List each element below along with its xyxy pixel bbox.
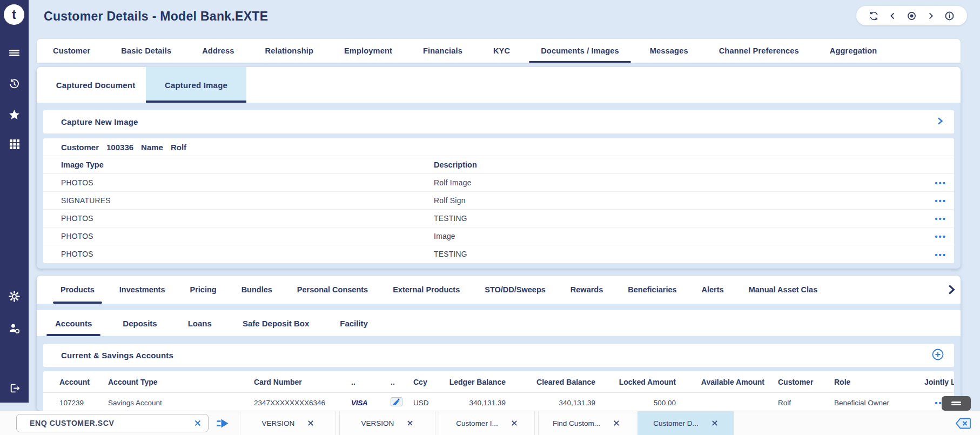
tab-customer[interactable]: Customer xyxy=(53,39,90,63)
tab-safe-deposit-box[interactable]: Safe Deposit Box xyxy=(243,310,309,336)
capture-new-image-row[interactable]: Capture New Image xyxy=(43,110,954,133)
image-table-header: Image Type Description xyxy=(43,156,954,174)
tab-personal-consents[interactable]: Personal Consents xyxy=(297,276,368,304)
tab-investments[interactable]: Investments xyxy=(119,276,165,304)
row-menu-icon[interactable]: ••• xyxy=(935,214,947,223)
name-value: Rolf xyxy=(171,143,186,152)
visa-logo-icon: VISA xyxy=(351,399,391,407)
history-icon[interactable] xyxy=(0,77,29,91)
tab-captured-document[interactable]: Captured Document xyxy=(45,67,146,103)
col-ccy: Ccy xyxy=(413,378,448,386)
session-tab-active[interactable]: Customer D... xyxy=(637,411,734,435)
table-row[interactable]: PHOTOS Image ••• xyxy=(43,227,954,245)
previous-record-icon[interactable] xyxy=(889,12,897,20)
tab-accounts[interactable]: Accounts xyxy=(55,310,92,336)
cleared-balance-cell: 340,131.39 xyxy=(506,399,595,407)
col-role: Role xyxy=(834,378,924,386)
tab-kyc[interactable]: KYC xyxy=(493,39,510,63)
session-tab[interactable]: Find Custom... xyxy=(538,411,634,435)
close-tab-icon[interactable] xyxy=(711,420,718,426)
row-menu-icon[interactable]: ••• xyxy=(935,250,947,259)
tab-relationship[interactable]: Relationship xyxy=(265,39,313,63)
row-menu-icon[interactable]: ••• xyxy=(935,178,947,188)
tabs-overflow-chevron-icon[interactable] xyxy=(945,284,957,296)
menu-icon[interactable] xyxy=(0,46,29,60)
tab-manual-asset-clas[interactable]: Manual Asset Clas xyxy=(749,276,818,304)
description-cell: TESTING xyxy=(434,250,954,258)
tab-captured-image[interactable]: Captured Image xyxy=(146,67,246,103)
col-card-number: Card Number xyxy=(254,378,351,386)
customer-tab-bar: Customer Basic Details Address Relations… xyxy=(37,39,961,63)
tab-pricing[interactable]: Pricing xyxy=(190,276,216,304)
virtual-keyboard-toggle[interactable] xyxy=(942,396,971,411)
session-tab-strip: VERSION VERSION Customer I... Find Custo… xyxy=(240,411,734,435)
captured-images-card: Customer 100336 Name Rolf Image Type Des… xyxy=(43,138,954,263)
tab-messages[interactable]: Messages xyxy=(650,39,688,63)
customer-cell: Rolf xyxy=(764,399,834,407)
tab-documents-images[interactable]: Documents / Images xyxy=(541,39,619,63)
table-row[interactable]: PHOTOS TESTING ••• xyxy=(43,210,954,227)
tab-bundles[interactable]: Bundles xyxy=(241,276,272,304)
chevron-right-icon[interactable] xyxy=(936,117,944,128)
close-tab-icon[interactable] xyxy=(307,420,314,426)
add-account-icon[interactable] xyxy=(931,348,944,363)
sidebar: t xyxy=(0,0,29,403)
close-tab-icon[interactable] xyxy=(511,420,518,426)
session-tab[interactable]: VERSION xyxy=(240,411,336,435)
table-row[interactable]: 107239 Savings Account 2347XXXXXXXX6346 … xyxy=(43,393,954,411)
tab-external-products[interactable]: External Products xyxy=(393,276,460,304)
signature-icon[interactable] xyxy=(391,397,413,408)
tab-aggregation[interactable]: Aggregation xyxy=(830,39,877,63)
info-icon[interactable] xyxy=(944,11,955,21)
apps-grid-icon[interactable] xyxy=(0,137,29,151)
table-row[interactable]: SIGNATURES Rolf Sign ••• xyxy=(43,192,954,210)
tab-loans[interactable]: Loans xyxy=(188,310,212,336)
tab-alerts[interactable]: Alerts xyxy=(702,276,724,304)
close-tab-icon[interactable] xyxy=(613,420,620,426)
documents-subtab-bar: Captured Document Captured Image xyxy=(37,67,961,103)
tab-sto-dd-sweeps[interactable]: STO/DD/Sweeps xyxy=(485,276,546,304)
tab-products[interactable]: Products xyxy=(61,276,95,304)
app-logo[interactable]: t xyxy=(4,4,24,25)
clear-input-icon[interactable] xyxy=(194,419,202,427)
customer-info-bar: Customer 100336 Name Rolf xyxy=(43,138,954,156)
role-cell: Beneficial Owner xyxy=(834,399,924,407)
table-row[interactable]: PHOTOS TESTING ••• xyxy=(43,245,954,263)
ccy-cell: USD xyxy=(413,399,448,407)
row-menu-icon[interactable]: ••• xyxy=(935,196,947,205)
record-toolbar xyxy=(856,6,967,25)
documents-panel: Captured Document Captured Image Capture… xyxy=(37,67,961,269)
tab-facility[interactable]: Facility xyxy=(340,310,368,336)
tab-beneficiaries[interactable]: Beneficiaries xyxy=(628,276,676,304)
tab-deposits[interactable]: Deposits xyxy=(123,310,157,336)
tab-address[interactable]: Address xyxy=(202,39,234,63)
next-record-icon[interactable] xyxy=(927,12,935,20)
refresh-icon[interactable] xyxy=(869,11,879,21)
command-input[interactable] xyxy=(19,419,194,427)
tab-employment[interactable]: Employment xyxy=(344,39,392,63)
tab-rewards[interactable]: Rewards xyxy=(570,276,603,304)
tab-channel-preferences[interactable]: Channel Preferences xyxy=(719,39,799,63)
keyboard-bars-icon xyxy=(951,401,961,406)
capture-new-image-label: Capture New Image xyxy=(61,117,138,126)
favorites-star-icon[interactable] xyxy=(0,108,29,122)
row-menu-icon[interactable]: ••• xyxy=(935,232,947,241)
current-record-icon[interactable] xyxy=(907,11,917,21)
settings-gear-icon[interactable] xyxy=(0,289,29,303)
user-admin-icon[interactable] xyxy=(0,321,29,335)
logo-letter: t xyxy=(12,7,16,22)
table-row[interactable]: PHOTOS Rolf Image ••• xyxy=(43,174,954,192)
session-tab[interactable]: Customer I... xyxy=(439,411,535,435)
session-tab[interactable]: VERSION xyxy=(339,411,435,435)
col-card-brand: .. xyxy=(351,378,391,386)
command-input-box xyxy=(16,414,209,432)
description-cell: Image xyxy=(434,232,954,240)
close-tab-icon[interactable] xyxy=(407,420,413,426)
logout-icon[interactable] xyxy=(0,381,29,395)
backspace-clear-icon[interactable] xyxy=(955,417,971,430)
image-type-cell: PHOTOS xyxy=(61,250,434,258)
send-command-icon[interactable] xyxy=(216,418,230,429)
tab-basic-details[interactable]: Basic Details xyxy=(121,39,171,63)
tab-financials[interactable]: Financials xyxy=(423,39,462,63)
col-locked-amount: Locked Amount xyxy=(595,378,676,386)
